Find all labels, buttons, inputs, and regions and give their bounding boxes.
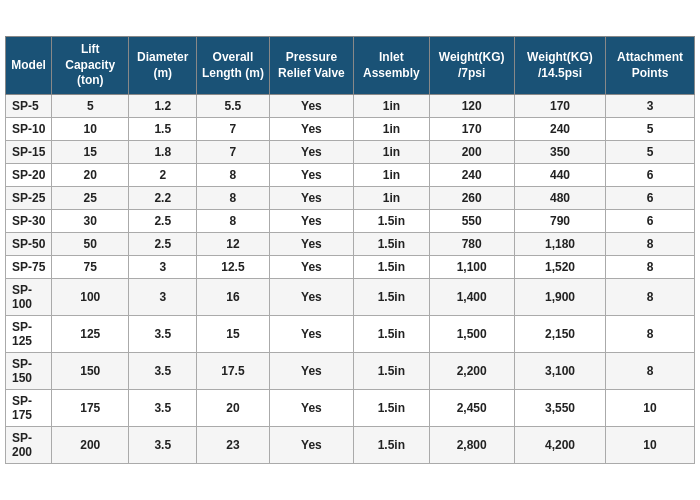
table-body: SP-551.25.5Yes1in1201703SP-10101.57Yes1i… [6,94,695,463]
table-cell-12-5: 1.5in [354,426,429,463]
table-cell-6-6: 780 [429,232,514,255]
table-cell-6-2: 2.5 [129,232,197,255]
table-cell-4-6: 260 [429,186,514,209]
table-cell-4-2: 2.2 [129,186,197,209]
table-cell-0-5: 1in [354,94,429,117]
table-cell-3-1: 20 [52,163,129,186]
table-row: SP-25252.28Yes1in2604806 [6,186,695,209]
table-cell-9-5: 1.5in [354,315,429,352]
table-cell-11-3: 20 [197,389,269,426]
table-cell-1-0: SP-10 [6,117,52,140]
table-cell-6-4: Yes [269,232,354,255]
table-cell-3-6: 240 [429,163,514,186]
table-cell-11-6: 2,450 [429,389,514,426]
table-cell-3-0: SP-20 [6,163,52,186]
table-cell-3-4: Yes [269,163,354,186]
table-cell-6-8: 8 [606,232,695,255]
table-cell-6-0: SP-50 [6,232,52,255]
table-cell-3-5: 1in [354,163,429,186]
table-cell-7-5: 1.5in [354,255,429,278]
table-cell-12-4: Yes [269,426,354,463]
table-cell-2-5: 1in [354,140,429,163]
table-cell-10-8: 8 [606,352,695,389]
header-cell-5: Inlet Assembly [354,37,429,95]
table-cell-4-7: 480 [514,186,605,209]
table-row: SP-1251253.515Yes1.5in1,5002,1508 [6,315,695,352]
table-cell-4-8: 6 [606,186,695,209]
table-cell-0-1: 5 [52,94,129,117]
table-cell-2-2: 1.8 [129,140,197,163]
table-cell-6-5: 1.5in [354,232,429,255]
table-cell-5-0: SP-30 [6,209,52,232]
table-row: SP-2002003.523Yes1.5in2,8004,20010 [6,426,695,463]
table-cell-2-1: 15 [52,140,129,163]
table-row: SP-100100316Yes1.5in1,4001,9008 [6,278,695,315]
table-cell-10-6: 2,200 [429,352,514,389]
table-cell-5-8: 6 [606,209,695,232]
table-cell-2-6: 200 [429,140,514,163]
table-cell-9-4: Yes [269,315,354,352]
table-cell-5-1: 30 [52,209,129,232]
header-cell-7: Weight(KG) /14.5psi [514,37,605,95]
table-cell-7-7: 1,520 [514,255,605,278]
specs-table: ModelLift Capacity (ton)Diameter (m)Over… [5,36,695,464]
table-cell-4-5: 1in [354,186,429,209]
table-cell-9-8: 8 [606,315,695,352]
table-cell-8-8: 8 [606,278,695,315]
table-row: SP-7575312.5Yes1.5in1,1001,5208 [6,255,695,278]
table-cell-4-3: 8 [197,186,269,209]
table-row: SP-15151.87Yes1in2003505 [6,140,695,163]
table-cell-11-8: 10 [606,389,695,426]
table-cell-8-6: 1,400 [429,278,514,315]
table-cell-3-8: 6 [606,163,695,186]
header-row: ModelLift Capacity (ton)Diameter (m)Over… [6,37,695,95]
table-cell-6-1: 50 [52,232,129,255]
table-cell-8-0: SP-100 [6,278,52,315]
table-cell-8-7: 1,900 [514,278,605,315]
table-cell-5-5: 1.5in [354,209,429,232]
table-row: SP-202028Yes1in2404406 [6,163,695,186]
table-cell-7-1: 75 [52,255,129,278]
table-cell-7-6: 1,100 [429,255,514,278]
table-cell-8-2: 3 [129,278,197,315]
header-cell-4: Pressure Relief Valve [269,37,354,95]
table-cell-11-0: SP-175 [6,389,52,426]
header-cell-6: Weight(KG) /7psi [429,37,514,95]
table-cell-7-0: SP-75 [6,255,52,278]
table-cell-2-0: SP-15 [6,140,52,163]
table-cell-12-8: 10 [606,426,695,463]
table-row: SP-50502.512Yes1.5in7801,1808 [6,232,695,255]
table-row: SP-30302.58Yes1.5in5507906 [6,209,695,232]
table-cell-11-1: 175 [52,389,129,426]
table-cell-0-3: 5.5 [197,94,269,117]
table-cell-10-4: Yes [269,352,354,389]
table-cell-10-3: 17.5 [197,352,269,389]
table-row: SP-1501503.517.5Yes1.5in2,2003,1008 [6,352,695,389]
table-cell-5-3: 8 [197,209,269,232]
table-cell-2-7: 350 [514,140,605,163]
table-cell-12-1: 200 [52,426,129,463]
table-cell-12-0: SP-200 [6,426,52,463]
table-cell-10-2: 3.5 [129,352,197,389]
table-cell-5-4: Yes [269,209,354,232]
table-cell-5-6: 550 [429,209,514,232]
table-cell-9-3: 15 [197,315,269,352]
table-cell-11-4: Yes [269,389,354,426]
table-cell-12-7: 4,200 [514,426,605,463]
table-cell-11-7: 3,550 [514,389,605,426]
table-cell-9-1: 125 [52,315,129,352]
table-cell-4-0: SP-25 [6,186,52,209]
table-cell-9-2: 3.5 [129,315,197,352]
table-cell-1-6: 170 [429,117,514,140]
table-cell-10-1: 150 [52,352,129,389]
table-cell-0-2: 1.2 [129,94,197,117]
table-cell-4-1: 25 [52,186,129,209]
table-cell-1-5: 1in [354,117,429,140]
header-cell-2: Diameter (m) [129,37,197,95]
table-cell-10-0: SP-150 [6,352,52,389]
table-cell-12-6: 2,800 [429,426,514,463]
table-cell-7-8: 8 [606,255,695,278]
table-cell-10-5: 1.5in [354,352,429,389]
table-cell-10-7: 3,100 [514,352,605,389]
table-cell-2-8: 5 [606,140,695,163]
